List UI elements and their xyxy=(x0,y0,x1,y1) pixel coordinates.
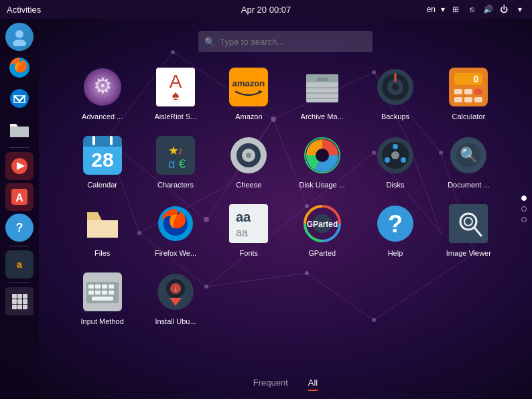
app-label-diskusage: Disk Usage ... xyxy=(299,181,344,189)
app-label-firefox: Firefox We... xyxy=(155,249,196,257)
search-input[interactable] xyxy=(198,31,373,52)
tab-frequent[interactable]: Frequent xyxy=(253,378,288,391)
search-wrapper: 🔍 xyxy=(198,31,373,52)
sidebar-divider-2 xyxy=(9,246,29,246)
svg-rect-80 xyxy=(474,97,482,102)
app-item-files[interactable]: Files xyxy=(66,197,139,262)
locale-indicator: en xyxy=(427,5,436,14)
app-label-archive: Archive Ma... xyxy=(301,112,344,121)
svg-text:?: ? xyxy=(388,210,403,238)
volume-icon[interactable]: 🔊 xyxy=(482,4,493,15)
app-item-amazon[interactable]: amazonAmazon xyxy=(212,60,285,126)
power-icon[interactable]: ⏻ xyxy=(498,4,509,15)
app-label-files: Files xyxy=(94,249,110,257)
sidebar-item-rhythmbox[interactable] xyxy=(5,152,34,180)
app-icon-disks xyxy=(374,134,417,177)
svg-point-33 xyxy=(15,30,23,38)
app-icon-installubu: ↓ xyxy=(154,270,197,313)
svg-text:🔍: 🔍 xyxy=(460,146,478,164)
app-item-calendar[interactable]: 28Calendar xyxy=(66,129,139,194)
app-icon-backups xyxy=(374,66,417,108)
svg-rect-125 xyxy=(95,285,101,289)
app-item-help[interactable]: ?Help xyxy=(358,197,431,262)
svg-point-103 xyxy=(391,151,399,159)
app-icon-files xyxy=(81,202,124,245)
app-item-cheese[interactable]: Cheese xyxy=(212,129,285,194)
app-icon-aisleriot: A♠ xyxy=(154,66,197,108)
app-label-inputmethod: Input Method xyxy=(81,317,124,325)
app-icon-fonts: aaaa xyxy=(227,202,270,245)
activities-button[interactable]: Activities xyxy=(7,5,41,15)
app-icon-firefox xyxy=(154,202,197,245)
svg-rect-53 xyxy=(23,305,27,309)
app-icon-calculator: 0 xyxy=(447,66,490,108)
app-label-fonts: Fonts xyxy=(240,249,259,257)
svg-rect-76 xyxy=(464,89,472,94)
svg-rect-77 xyxy=(474,89,482,94)
svg-point-34 xyxy=(13,39,26,46)
svg-rect-46 xyxy=(17,294,22,299)
app-icon-advanced: ⚙ xyxy=(81,66,124,108)
sidebar-item-account[interactable] xyxy=(5,23,34,51)
app-item-disks[interactable]: Disks xyxy=(358,129,431,194)
svg-rect-131 xyxy=(109,291,114,295)
app-item-advanced[interactable]: ⚙Advanced ... xyxy=(66,60,139,126)
scroll-dot-2[interactable] xyxy=(521,206,527,212)
app-item-calculator[interactable]: 0Calculator xyxy=(432,60,505,126)
sidebar-item-show-apps[interactable] xyxy=(5,287,34,315)
app-label-gparted: GParted xyxy=(308,249,336,257)
svg-rect-52 xyxy=(17,305,22,309)
svg-text:A: A xyxy=(15,192,23,204)
scroll-dot-1[interactable] xyxy=(521,195,527,201)
app-item-diskusage[interactable]: Disk Usage ... xyxy=(285,129,358,194)
app-item-inputmethod[interactable]: Input Method xyxy=(66,265,139,331)
app-item-fonts[interactable]: aaaaFonts xyxy=(212,197,285,262)
app-item-document[interactable]: 🔍Document ... xyxy=(432,129,505,194)
svg-text:amazon: amazon xyxy=(232,78,265,88)
dropdown-icon[interactable]: ▾ xyxy=(441,5,445,14)
bluetooth-icon[interactable]: ⎋ xyxy=(466,4,477,15)
app-label-calendar: Calendar xyxy=(87,181,117,189)
sidebar-item-thunderbird[interactable] xyxy=(5,84,34,112)
svg-rect-126 xyxy=(102,285,107,289)
svg-point-100 xyxy=(393,144,398,149)
app-label-disks: Disks xyxy=(387,181,405,189)
scroll-dot-3[interactable] xyxy=(521,217,527,222)
tab-all[interactable]: All xyxy=(308,378,318,391)
sidebar-item-help[interactable]: ? xyxy=(5,214,34,242)
svg-rect-129 xyxy=(95,291,101,295)
network-icon[interactable]: ⊞ xyxy=(450,4,461,15)
app-item-aisleriot[interactable]: A♠AisleRiot S... xyxy=(139,60,212,126)
svg-rect-50 xyxy=(23,299,27,304)
app-item-installubu[interactable]: ↓Install Ubu... xyxy=(139,265,212,331)
app-item-backups[interactable]: Backups xyxy=(358,60,431,126)
svg-rect-64 xyxy=(317,78,328,81)
app-icon-document: 🔍 xyxy=(447,134,490,177)
app-item-characters[interactable]: ★♪α€Characters xyxy=(139,129,212,194)
svg-point-36 xyxy=(10,89,29,108)
app-icon-amazon: amazon xyxy=(227,66,270,108)
svg-rect-118 xyxy=(449,204,488,243)
tabs-bar: Frequent All xyxy=(39,371,532,399)
app-icon-imageviewer xyxy=(447,202,490,245)
dropdown-arrow[interactable]: ▾ xyxy=(515,4,525,15)
app-item-imageviewer[interactable]: Image Viewer xyxy=(432,197,505,262)
svg-rect-128 xyxy=(88,291,94,295)
svg-rect-49 xyxy=(17,299,22,304)
app-icon-archive xyxy=(301,66,344,108)
datetime-display: Apr 20 00:07 xyxy=(241,5,291,15)
app-label-document: Document ... xyxy=(448,181,489,189)
svg-text:€: € xyxy=(179,157,186,171)
svg-text:a: a xyxy=(17,259,22,270)
svg-text:♠: ♠ xyxy=(172,88,180,102)
sidebar-item-amazon[interactable]: a xyxy=(5,250,34,278)
topbar: Activities Apr 20 00:07 en ▾ ⊞ ⎋ 🔊 ⏻ ▾ xyxy=(0,0,532,19)
sidebar-item-files[interactable] xyxy=(5,115,34,143)
app-item-firefox[interactable]: Firefox We... xyxy=(139,197,212,262)
app-label-characters: Characters xyxy=(157,181,194,189)
sidebar-item-firefox[interactable] xyxy=(5,54,34,82)
main-container: A ? a xyxy=(0,19,532,399)
app-item-gparted[interactable]: GPartedGParted xyxy=(285,197,358,262)
app-item-archive[interactable]: Archive Ma... xyxy=(285,60,358,126)
sidebar-item-software[interactable]: A xyxy=(5,183,34,211)
